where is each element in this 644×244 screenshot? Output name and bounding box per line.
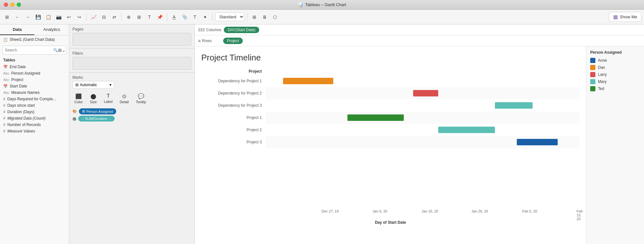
sort-icon[interactable]: ⌄ <box>62 47 66 53</box>
toolbar-btn-add[interactable]: 📋 <box>44 13 53 22</box>
field-end-date[interactable]: 📅 End Date <box>0 64 69 70</box>
shelf-pill-sum-duration[interactable]: ○ SUM(Duration ... <box>78 116 115 122</box>
marks-label: Marks <box>72 75 191 80</box>
legend-item: Anne <box>590 58 640 63</box>
gantt-bar[interactable] <box>413 90 438 96</box>
field-measure-values[interactable]: # Measure Values <box>0 128 69 134</box>
show-me-button[interactable]: ▦ Show Me <box>609 12 641 22</box>
label-btn[interactable]: T Label <box>102 92 115 105</box>
rows-pill[interactable]: Project <box>223 38 243 44</box>
toolbar-btn-clip[interactable]: 📎 <box>180 13 189 22</box>
toolbar-btn-back[interactable]: ← <box>13 13 22 22</box>
toolbar-btn-group[interactable]: ⊞ <box>135 13 144 22</box>
color-btn[interactable]: ⬛ Color <box>72 92 85 105</box>
gantt-row-bar[interactable] <box>266 87 580 99</box>
field-person-assigned[interactable]: Abc Person Assigned <box>0 70 69 77</box>
legend-panel: Person Assigned AnneDanLarryMaryTed <box>586 46 644 244</box>
toolbar-btn-star[interactable]: ✦ <box>201 13 210 22</box>
color-icon: ⬛ <box>75 93 82 99</box>
date-icon: 📅 <box>3 65 8 69</box>
tab-analytics[interactable]: Analytics <box>34 24 69 35</box>
gantt-bar[interactable] <box>283 78 333 84</box>
field-migrated[interactable]: # Migrated Data (Count) <box>0 115 69 122</box>
field-start-date[interactable]: 📅 Start Date <box>0 83 69 89</box>
toolbar-btn-text[interactable]: T <box>190 13 199 22</box>
toolbar-btn-underline[interactable]: A̲ <box>170 13 179 22</box>
field-days-since-start[interactable]: # Days since start <box>0 102 69 109</box>
gantt-row-bar[interactable] <box>266 124 580 136</box>
gantt-row-label: Project 3 <box>201 140 266 144</box>
toolbar-btn-redo[interactable]: ↪ <box>75 13 84 22</box>
toolbar-btn-connect[interactable]: ⊕ <box>124 13 133 22</box>
toolbar-btn-save[interactable]: 💾 <box>33 13 43 22</box>
field-project[interactable]: Abc Project <box>0 77 69 83</box>
gantt-row-bar[interactable] <box>266 136 580 148</box>
search-box[interactable]: 🔍 ⊞ ⌄ <box>3 46 66 55</box>
tableau-icon: 📊 <box>298 2 303 7</box>
detail-btn[interactable]: ⊙ Detail <box>118 92 131 105</box>
toolbar: ⊞ ← → 💾 📋 📷 ↩ ↪ 📈 ⊟ ⇄ ⊕ ⊞ T 📌 A̲ 📎 T ✦ S… <box>0 10 644 24</box>
gantt-row: Project 1 <box>201 112 580 124</box>
tooltip-icon: 💬 <box>138 93 144 99</box>
columns-pill[interactable]: DAY(Start Date) <box>224 27 259 33</box>
toolbar-btn-forward[interactable]: → <box>23 13 32 22</box>
tooltip-btn[interactable]: 💬 Tooltip <box>134 92 148 105</box>
toolbar-btn-share[interactable]: ⬡ <box>270 13 279 22</box>
field-duration[interactable]: # Duration (Days) <box>0 109 69 115</box>
field-days-required[interactable]: # Days Required for Comple... <box>0 96 69 102</box>
search-input[interactable] <box>5 48 53 52</box>
gantt-bar[interactable] <box>438 127 495 133</box>
toolbar-btn-chart[interactable]: 📈 <box>89 13 98 22</box>
gantt-row-label: Project 2 <box>201 128 266 132</box>
marks-type-row: ⊞ Automatic ▾ <box>72 81 191 89</box>
marks-type-dropdown[interactable]: ⊞ Automatic ▾ <box>72 81 114 89</box>
toolbar-btn-table[interactable]: ⊟ <box>99 13 109 22</box>
list-view-icon[interactable]: ⊞ <box>58 47 62 53</box>
chart-title: Project Timeline <box>201 53 580 63</box>
toolbar-btn-camera[interactable]: 📷 <box>54 13 63 22</box>
size-btn[interactable]: ⬤ Size <box>88 92 99 105</box>
filters-section: Filters <box>69 49 194 73</box>
gantt-bar[interactable] <box>495 102 533 109</box>
toolbar-btn-grid[interactable]: ⊞ <box>3 13 12 22</box>
close-button[interactable] <box>4 3 8 7</box>
sheet-item[interactable]: 📋 Sheet1 (Gantt Chart Data) <box>0 35 69 44</box>
num-icon-6: # <box>3 129 5 133</box>
view-dropdown[interactable]: Standard <box>215 13 244 21</box>
gantt-row-bar[interactable] <box>266 112 580 124</box>
tab-data[interactable]: Data <box>0 24 34 35</box>
gantt-row-bar[interactable] <box>266 75 580 87</box>
toolbar-btn-undo[interactable]: ↩ <box>64 13 73 22</box>
legend-color-swatch <box>590 72 595 77</box>
legend-item: Mary <box>590 79 640 84</box>
gantt-row-bar[interactable] <box>266 99 580 112</box>
pages-area[interactable] <box>72 33 191 46</box>
toolbar-btn-device[interactable]: 🖥 <box>260 13 269 22</box>
axis-label: Dec 27, 19 <box>321 209 338 213</box>
maximize-button[interactable] <box>17 3 21 7</box>
toolbar-btn-pin[interactable]: 📌 <box>155 13 164 22</box>
field-measure-names[interactable]: Abc Measure Names <box>0 89 69 96</box>
divider-1 <box>86 13 87 21</box>
shelf-pill-person-assigned[interactable]: ⊞ Person Assigned <box>79 108 116 114</box>
gantt-axis: Dec 27, 19Jan 6, 20Jan 16, 20Jan 26, 20F… <box>201 209 580 219</box>
axis-label: Feb 5, 20 <box>522 209 537 213</box>
filters-area[interactable] <box>72 57 191 70</box>
toolbar-btn-display[interactable]: ⊞ <box>250 13 259 22</box>
project-header: Project <box>201 69 266 74</box>
divider-5 <box>247 13 247 21</box>
gantt-bar[interactable] <box>347 114 404 121</box>
gantt-bar[interactable] <box>517 139 558 145</box>
str-icon: Abc <box>3 71 9 75</box>
minimize-button[interactable] <box>10 3 14 7</box>
divider-4 <box>212 13 213 21</box>
field-number-of-records[interactable]: # Number of Records <box>0 122 69 128</box>
columns-icon: ⫴⫴⫴ <box>198 27 205 33</box>
gantt-axis-labels: Dec 27, 19Jan 6, 20Jan 16, 20Jan 26, 20F… <box>330 209 580 219</box>
toolbar-btn-swap[interactable]: ⇄ <box>110 13 119 22</box>
window-title: 📊 Tableau – Gantt Chart <box>298 2 346 7</box>
legend-title: Person Assigned <box>590 50 640 55</box>
sheet-icon: 📋 <box>3 38 8 42</box>
num-icon-2: # <box>3 103 5 108</box>
toolbar-btn-label[interactable]: T <box>145 13 154 22</box>
